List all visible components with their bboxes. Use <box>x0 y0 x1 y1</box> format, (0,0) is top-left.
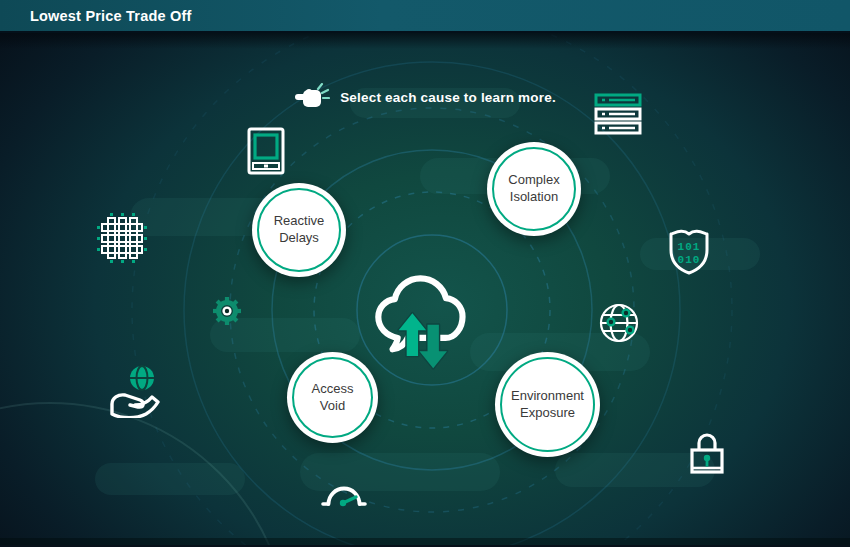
bottom-bar <box>0 538 850 545</box>
instruction-text: Select each cause to learn more. <box>340 90 556 105</box>
page-title: Lowest Price Trade Off <box>30 8 192 24</box>
padlock-icon <box>687 428 727 478</box>
server-stack-icon <box>594 93 642 135</box>
cause-button-access-void[interactable]: Access Void <box>287 352 378 443</box>
cause-label: Reactive Delays <box>252 213 346 247</box>
globe-in-hand-icon <box>105 364 161 418</box>
cause-label: Environment Exposure <box>495 388 600 422</box>
weave-mesh-icon <box>95 211 149 265</box>
cause-button-reactive-delays[interactable]: Reactive Delays <box>252 183 346 277</box>
binary-line-1: 101 <box>678 241 701 253</box>
top-shadow-overlay <box>0 33 850 49</box>
click-hand-icon <box>294 83 330 111</box>
cause-label: Access Void <box>287 381 378 415</box>
title-bar: Lowest Price Trade Off <box>0 0 850 33</box>
gauge-icon <box>320 471 368 509</box>
tablet-icon <box>247 127 285 175</box>
diagram-stage: Select each cause to learn more. Reactiv… <box>0 33 850 545</box>
network-globe-icon <box>596 300 642 346</box>
gear-icon <box>211 295 243 327</box>
instruction-row: Select each cause to learn more. <box>0 83 850 111</box>
cause-button-environment-exposure[interactable]: Environment Exposure <box>495 352 600 457</box>
binary-shield-icon: 101 010 <box>667 224 711 276</box>
cause-button-complex-isolation[interactable]: Complex Isolation <box>487 142 581 236</box>
binary-line-2: 010 <box>678 254 701 266</box>
upload-arrow <box>399 313 426 356</box>
cause-label: Complex Isolation <box>487 172 581 206</box>
cloud-upload-download-icon <box>366 266 472 372</box>
